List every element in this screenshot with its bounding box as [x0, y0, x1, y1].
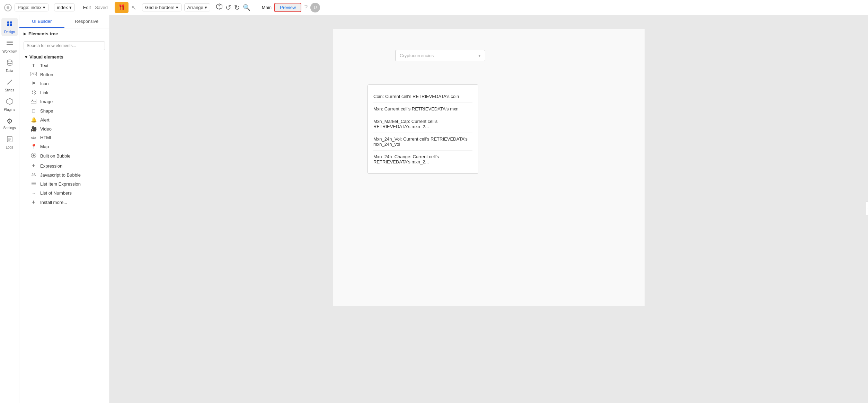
logs-label: Logs — [6, 145, 14, 149]
leftnav-styles[interactable]: Styles — [1, 76, 18, 94]
main-area: Design Workflow Data — [0, 15, 868, 403]
elements-tree-header[interactable]: ▶ Elements tree — [19, 28, 109, 39]
sidebar-item-listitemexpression[interactable]: List Item Expression — [21, 179, 108, 189]
search-button[interactable]: 🔍 — [243, 4, 250, 11]
design-label: Design — [4, 30, 15, 34]
sidebar-item-text[interactable]: T Text — [21, 61, 108, 70]
listofnumbers-icon: ··· — [30, 191, 37, 196]
expression-icon: + — [30, 163, 37, 169]
user-avatar[interactable]: U — [310, 3, 320, 12]
canvas-area: Cryptocurrencies ▾ Coin: Current cell's … — [109, 15, 868, 403]
image-icon — [30, 99, 37, 105]
table-row: Mxn: Current cell's RETRIEVEDATA's mxn — [373, 103, 472, 115]
sidebar-tabs: UI Builder Responsive — [19, 15, 109, 28]
sidebar-item-map[interactable]: 📍 Map — [21, 142, 108, 151]
svg-point-1 — [7, 6, 9, 9]
sidebar-item-expression[interactable]: + Expression — [21, 161, 108, 171]
sidebar-item-link[interactable]: ⛓ Link — [21, 88, 108, 97]
pointer-icon[interactable]: ↖ — [131, 4, 136, 11]
visual-elements-label: Visual elements — [29, 54, 63, 60]
leftnav-workflow[interactable]: Workflow — [1, 37, 18, 55]
button-label: Button — [40, 72, 53, 77]
shape-label: Shape — [40, 108, 53, 114]
link-icon: ⛓ — [30, 90, 37, 95]
sidebar-item-builtonbubble[interactable]: Built on Bubble — [21, 151, 108, 161]
sidebar-item-button[interactable]: CLICK Button — [21, 70, 108, 79]
grid-label: Grid & borders — [145, 5, 175, 10]
visual-elements-arrow: ▾ — [25, 54, 27, 60]
builtonbubble-icon — [30, 153, 37, 159]
sidebar-item-html[interactable]: </> HTML — [21, 133, 108, 142]
sidebar-item-javascript[interactable]: JS Javascript to Bubble — [21, 171, 108, 179]
listitemexpression-label: List Item Expression — [40, 181, 81, 187]
image-label: Image — [40, 99, 53, 104]
leftnav-design[interactable]: Design — [1, 18, 18, 36]
search-container — [19, 39, 109, 52]
gift-button[interactable]: 🎁 — [115, 2, 129, 13]
tab-responsive[interactable]: Responsive — [64, 15, 109, 28]
sidebar-item-video[interactable]: 🎥 Video — [21, 124, 108, 133]
settings-icon: ⚙ — [7, 117, 13, 125]
sidebar-item-icon[interactable]: ⚑ Icon — [21, 79, 108, 88]
styles-label: Styles — [5, 88, 14, 92]
dropdown-widget[interactable]: Cryptocurrencies ▾ — [395, 50, 485, 61]
tab-ui-builder[interactable]: UI Builder — [19, 15, 64, 28]
button-icon: CLICK — [30, 72, 37, 77]
sidebar: UI Builder Responsive ▶ Elements tree ▾ … — [19, 15, 109, 403]
visual-elements-header[interactable]: ▾ Visual elements — [19, 52, 109, 61]
grid-borders-button[interactable]: Grid & borders ▾ — [142, 3, 181, 11]
avatar-label: U — [314, 5, 317, 10]
alert-label: Alert — [40, 117, 50, 123]
map-icon: 📍 — [30, 144, 37, 149]
svg-rect-8 — [10, 24, 12, 26]
sidebar-item-image[interactable]: Image — [21, 97, 108, 106]
workflow-label: Workflow — [2, 50, 17, 53]
svg-rect-9 — [7, 42, 13, 43]
redo-button[interactable]: ↻ — [234, 3, 240, 12]
leftnav-plugins[interactable]: Plugins — [1, 96, 18, 114]
alert-icon: 🔔 — [30, 117, 37, 123]
tab-responsive-label: Responsive — [75, 19, 98, 24]
svg-text:CLICK: CLICK — [32, 73, 37, 75]
workflow-icon — [6, 39, 14, 49]
index-label: index — [57, 5, 68, 10]
sidebar-item-listofnumbers[interactable]: ··· List of Numbers — [21, 189, 108, 197]
data-label: Data — [6, 69, 13, 73]
index-selector[interactable]: index ▾ — [54, 3, 75, 11]
leftnav-data[interactable]: Data — [1, 57, 18, 75]
search-input[interactable] — [24, 41, 105, 50]
data-icon — [6, 59, 14, 68]
svg-rect-10 — [7, 44, 13, 45]
svg-point-13 — [8, 83, 9, 84]
sidebar-item-shape[interactable]: □ Shape — [21, 106, 108, 115]
svg-rect-7 — [7, 24, 9, 26]
sidebar-content: ▶ Elements tree ▾ Visual elements T Text… — [19, 28, 109, 403]
leftnav-logs[interactable]: Logs — [1, 133, 18, 151]
help-button[interactable]: ? — [304, 4, 308, 11]
topbar: Page: index ▾ index ▾ Edit Saved 🎁 ↖ Gri… — [0, 0, 868, 15]
tab-ui-builder-label: UI Builder — [32, 19, 52, 24]
javascript-label: Javascript to Bubble — [40, 172, 81, 178]
arrange-dropdown-icon: ▾ — [205, 5, 207, 10]
separator — [256, 3, 256, 12]
table-row: Mxn_24h_Change: Current cell's RETRIEVED… — [373, 151, 472, 168]
icon-label: Icon — [40, 81, 49, 86]
page-selector[interactable]: Page: index ▾ — [15, 3, 48, 11]
row-label-3: Mxn_24h_Vol: Current cell's RETRIEVEDATA… — [373, 136, 468, 147]
preview-button[interactable]: Preview — [274, 3, 301, 12]
svg-point-11 — [7, 60, 12, 62]
left-navigation: Design Workflow Data — [0, 15, 19, 403]
table-row: Mxn_24h_Vol: Current cell's RETRIEVEDATA… — [373, 133, 472, 151]
undo-button[interactable]: ↺ — [225, 3, 231, 12]
sidebar-item-installmore[interactable]: + Install more... — [21, 197, 108, 207]
table-row: Mxn_Market_Cap: Current cell's RETRIEVED… — [373, 115, 472, 133]
app-logo — [4, 4, 12, 11]
sidebar-item-alert[interactable]: 🔔 Alert — [21, 115, 108, 124]
page-dropdown-icon: ▾ — [43, 5, 45, 10]
dropdown-arrow: ▾ — [478, 53, 481, 58]
cube-icon[interactable] — [216, 3, 223, 12]
arrange-button[interactable]: Arrange ▾ — [184, 3, 210, 11]
table-widget: Coin: Current cell's RETRIEVEDATA's coin… — [367, 84, 478, 174]
edit-label: Edit — [83, 5, 91, 10]
leftnav-settings[interactable]: ⚙ Settings — [1, 115, 18, 132]
